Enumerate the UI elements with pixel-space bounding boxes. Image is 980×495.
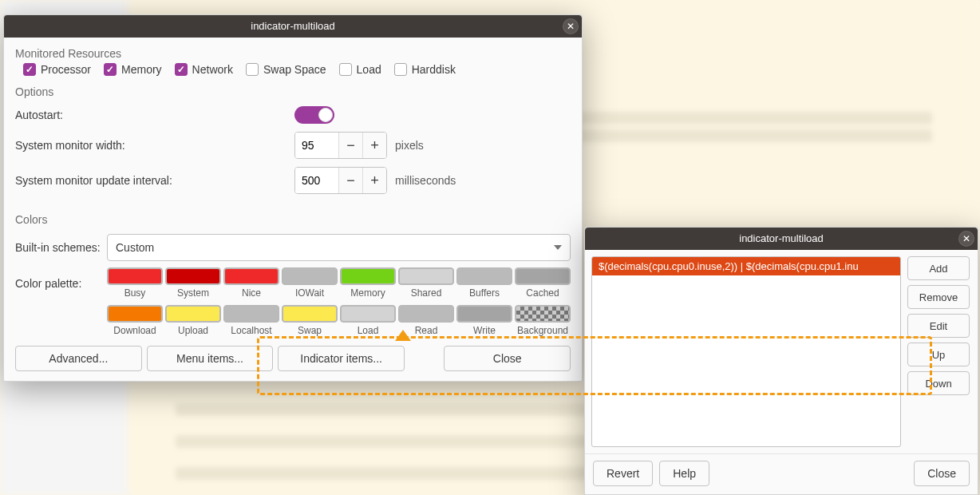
indicator-items-dialog: indicator-multiload ✕ $(decimals(cpu.cpu…	[584, 227, 978, 495]
color-background[interactable]	[515, 305, 571, 323]
down-button[interactable]: Down	[907, 371, 970, 395]
section-options: Options	[4, 85, 582, 98]
palette-row-1: BusySystemNiceIOWaitMemorySharedBuffersC…	[107, 267, 571, 299]
checkbox-swap-space[interactable]: Swap Space	[246, 63, 326, 76]
schemes-label: Built-in schemes:	[15, 241, 107, 254]
color-busy[interactable]	[107, 267, 163, 285]
color-localhost[interactable]	[223, 305, 279, 323]
interval-label: System monitor update interval:	[15, 174, 294, 187]
schemes-dropdown[interactable]: Custom	[107, 234, 571, 261]
color-load[interactable]	[340, 305, 396, 323]
color-swap[interactable]	[282, 305, 338, 323]
width-stepper[interactable]: − +	[294, 132, 387, 159]
remove-button[interactable]: Remove	[907, 285, 970, 309]
interval-input[interactable]	[295, 168, 338, 193]
palette-label: Color palette:	[15, 277, 107, 290]
checkbox-harddisk[interactable]: Harddisk	[394, 63, 456, 76]
interval-plus-button[interactable]: +	[362, 168, 386, 193]
section-colors: Colors	[4, 213, 582, 226]
advanced-button[interactable]: Advanced...	[15, 346, 142, 371]
width-plus-button[interactable]: +	[362, 133, 386, 158]
width-minus-button[interactable]: −	[338, 133, 362, 158]
close-button[interactable]: Close	[914, 461, 970, 486]
checkbox-processor[interactable]: Processor	[23, 63, 91, 76]
indicator-items-button[interactable]: Indicator items...	[278, 346, 405, 371]
up-button[interactable]: Up	[907, 343, 970, 366]
list-item[interactable]: $(decimals(cpu.cpu0.inuse,2)) | $(decima…	[592, 257, 900, 275]
close-icon[interactable]: ✕	[958, 231, 974, 247]
preferences-dialog: indicator-multiload ✕ Monitored Resource…	[3, 14, 583, 382]
interval-stepper[interactable]: − +	[294, 167, 387, 194]
help-button[interactable]: Help	[659, 461, 709, 486]
close-icon[interactable]: ✕	[563, 18, 579, 34]
window-title: indicator-multiload	[739, 232, 824, 244]
width-label: System monitor width:	[15, 139, 294, 152]
checkbox-load[interactable]: Load	[339, 63, 381, 76]
autostart-toggle[interactable]	[294, 106, 334, 124]
color-system[interactable]	[165, 267, 221, 285]
expression-list[interactable]: $(decimals(cpu.cpu0.inuse,2)) | $(decima…	[591, 256, 901, 447]
color-cached[interactable]	[515, 267, 571, 285]
width-unit: pixels	[395, 139, 424, 152]
revert-button[interactable]: Revert	[593, 461, 653, 486]
section-monitored: Monitored Resources	[4, 47, 582, 60]
width-input[interactable]	[295, 133, 338, 158]
interval-unit: milliseconds	[395, 174, 456, 187]
color-read[interactable]	[398, 305, 454, 323]
menu-items-button[interactable]: Menu items...	[147, 346, 274, 371]
titlebar: indicator-multiload ✕	[585, 228, 978, 250]
autostart-label: Autostart:	[15, 109, 294, 121]
color-write[interactable]	[456, 305, 512, 323]
window-title: indicator-multiload	[251, 20, 335, 32]
add-button[interactable]: Add	[907, 256, 970, 280]
color-shared[interactable]	[398, 267, 454, 285]
chevron-down-icon	[554, 245, 562, 250]
close-button[interactable]: Close	[444, 346, 571, 371]
color-nice[interactable]	[223, 267, 279, 285]
color-buffers[interactable]	[456, 267, 512, 285]
titlebar: indicator-multiload ✕	[4, 15, 582, 38]
interval-minus-button[interactable]: −	[338, 168, 362, 193]
palette-row-2: DownloadUploadLocalhostSwapLoadReadWrite…	[107, 305, 571, 336]
monitored-checkboxes: ProcessorMemoryNetworkSwap SpaceLoadHard…	[4, 63, 582, 76]
color-download[interactable]	[107, 305, 163, 323]
schemes-value: Custom	[116, 241, 154, 254]
color-upload[interactable]	[165, 305, 221, 323]
color-memory[interactable]	[340, 267, 396, 285]
edit-button[interactable]: Edit	[907, 314, 970, 338]
checkbox-memory[interactable]: Memory	[104, 63, 162, 76]
checkbox-network[interactable]: Network	[175, 63, 233, 76]
color-iowait[interactable]	[282, 267, 338, 285]
